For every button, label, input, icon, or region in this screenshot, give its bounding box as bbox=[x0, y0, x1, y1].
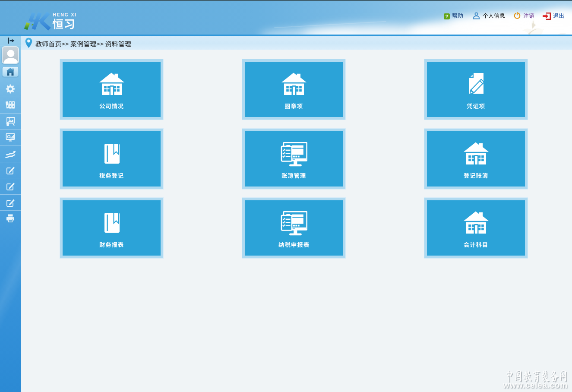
svg-text:?: ? bbox=[446, 14, 449, 19]
